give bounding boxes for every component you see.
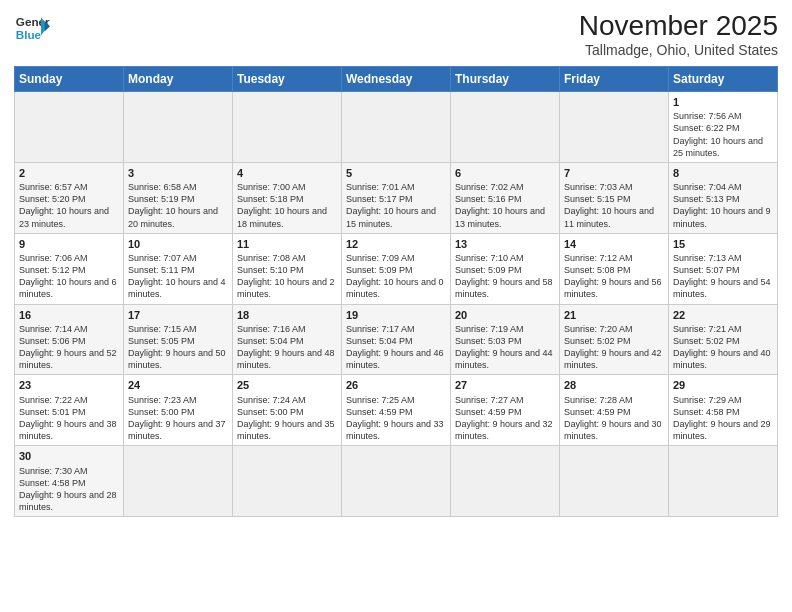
day-info: Sunrise: 7:22 AM Sunset: 5:01 PM Dayligh… [19,394,119,443]
calendar-day-cell [233,92,342,163]
calendar-day-cell: 23Sunrise: 7:22 AM Sunset: 5:01 PM Dayli… [15,375,124,446]
calendar-day-cell: 21Sunrise: 7:20 AM Sunset: 5:02 PM Dayli… [560,304,669,375]
calendar-day-cell: 16Sunrise: 7:14 AM Sunset: 5:06 PM Dayli… [15,304,124,375]
day-number: 24 [128,378,228,392]
day-number: 12 [346,237,446,251]
day-number: 26 [346,378,446,392]
day-info: Sunrise: 7:10 AM Sunset: 5:09 PM Dayligh… [455,252,555,301]
calendar-day-cell: 24Sunrise: 7:23 AM Sunset: 5:00 PM Dayli… [124,375,233,446]
day-info: Sunrise: 6:58 AM Sunset: 5:19 PM Dayligh… [128,181,228,230]
day-number: 4 [237,166,337,180]
day-header-wednesday: Wednesday [342,67,451,92]
day-info: Sunrise: 7:24 AM Sunset: 5:00 PM Dayligh… [237,394,337,443]
calendar-day-cell [342,446,451,517]
day-number: 1 [673,95,773,109]
calendar-header-row: SundayMondayTuesdayWednesdayThursdayFrid… [15,67,778,92]
day-number: 3 [128,166,228,180]
calendar-week-row: 1Sunrise: 7:56 AM Sunset: 6:22 PM Daylig… [15,92,778,163]
day-info: Sunrise: 7:07 AM Sunset: 5:11 PM Dayligh… [128,252,228,301]
calendar-day-cell [342,92,451,163]
calendar-day-cell [669,446,778,517]
day-info: Sunrise: 7:21 AM Sunset: 5:02 PM Dayligh… [673,323,773,372]
day-number: 25 [237,378,337,392]
calendar-week-row: 30Sunrise: 7:30 AM Sunset: 4:58 PM Dayli… [15,446,778,517]
calendar-day-cell: 9Sunrise: 7:06 AM Sunset: 5:12 PM Daylig… [15,233,124,304]
calendar-subtitle: Tallmadge, Ohio, United States [579,42,778,58]
calendar-day-cell [233,446,342,517]
day-info: Sunrise: 7:20 AM Sunset: 5:02 PM Dayligh… [564,323,664,372]
day-info: Sunrise: 7:01 AM Sunset: 5:17 PM Dayligh… [346,181,446,230]
calendar-day-cell: 1Sunrise: 7:56 AM Sunset: 6:22 PM Daylig… [669,92,778,163]
calendar-day-cell: 5Sunrise: 7:01 AM Sunset: 5:17 PM Daylig… [342,162,451,233]
calendar-day-cell: 26Sunrise: 7:25 AM Sunset: 4:59 PM Dayli… [342,375,451,446]
calendar-day-cell: 8Sunrise: 7:04 AM Sunset: 5:13 PM Daylig… [669,162,778,233]
day-header-saturday: Saturday [669,67,778,92]
calendar-day-cell: 19Sunrise: 7:17 AM Sunset: 5:04 PM Dayli… [342,304,451,375]
calendar-day-cell [560,446,669,517]
day-number: 2 [19,166,119,180]
day-number: 17 [128,308,228,322]
day-number: 22 [673,308,773,322]
calendar-day-cell [124,92,233,163]
day-number: 6 [455,166,555,180]
day-number: 30 [19,449,119,463]
calendar-week-row: 16Sunrise: 7:14 AM Sunset: 5:06 PM Dayli… [15,304,778,375]
calendar-day-cell: 17Sunrise: 7:15 AM Sunset: 5:05 PM Dayli… [124,304,233,375]
day-number: 8 [673,166,773,180]
day-number: 13 [455,237,555,251]
title-block: November 2025 Tallmadge, Ohio, United St… [579,10,778,58]
day-number: 5 [346,166,446,180]
calendar-day-cell: 6Sunrise: 7:02 AM Sunset: 5:16 PM Daylig… [451,162,560,233]
header: General Blue November 2025 Tallmadge, Oh… [14,10,778,58]
calendar-day-cell: 27Sunrise: 7:27 AM Sunset: 4:59 PM Dayli… [451,375,560,446]
calendar-day-cell: 7Sunrise: 7:03 AM Sunset: 5:15 PM Daylig… [560,162,669,233]
day-info: Sunrise: 7:25 AM Sunset: 4:59 PM Dayligh… [346,394,446,443]
day-number: 9 [19,237,119,251]
logo: General Blue [14,10,50,46]
day-info: Sunrise: 6:57 AM Sunset: 5:20 PM Dayligh… [19,181,119,230]
day-info: Sunrise: 7:14 AM Sunset: 5:06 PM Dayligh… [19,323,119,372]
day-number: 23 [19,378,119,392]
day-info: Sunrise: 7:27 AM Sunset: 4:59 PM Dayligh… [455,394,555,443]
day-info: Sunrise: 7:06 AM Sunset: 5:12 PM Dayligh… [19,252,119,301]
day-header-tuesday: Tuesday [233,67,342,92]
calendar-week-row: 2Sunrise: 6:57 AM Sunset: 5:20 PM Daylig… [15,162,778,233]
day-info: Sunrise: 7:29 AM Sunset: 4:58 PM Dayligh… [673,394,773,443]
calendar-day-cell: 25Sunrise: 7:24 AM Sunset: 5:00 PM Dayli… [233,375,342,446]
calendar-day-cell: 15Sunrise: 7:13 AM Sunset: 5:07 PM Dayli… [669,233,778,304]
day-number: 14 [564,237,664,251]
day-number: 10 [128,237,228,251]
logo-icon: General Blue [14,10,50,46]
calendar-day-cell: 10Sunrise: 7:07 AM Sunset: 5:11 PM Dayli… [124,233,233,304]
day-info: Sunrise: 7:28 AM Sunset: 4:59 PM Dayligh… [564,394,664,443]
day-info: Sunrise: 7:19 AM Sunset: 5:03 PM Dayligh… [455,323,555,372]
day-info: Sunrise: 7:08 AM Sunset: 5:10 PM Dayligh… [237,252,337,301]
calendar-day-cell: 11Sunrise: 7:08 AM Sunset: 5:10 PM Dayli… [233,233,342,304]
calendar-day-cell [15,92,124,163]
day-header-monday: Monday [124,67,233,92]
day-info: Sunrise: 7:04 AM Sunset: 5:13 PM Dayligh… [673,181,773,230]
day-number: 20 [455,308,555,322]
day-info: Sunrise: 7:17 AM Sunset: 5:04 PM Dayligh… [346,323,446,372]
calendar-week-row: 23Sunrise: 7:22 AM Sunset: 5:01 PM Dayli… [15,375,778,446]
day-number: 15 [673,237,773,251]
calendar-day-cell: 13Sunrise: 7:10 AM Sunset: 5:09 PM Dayli… [451,233,560,304]
day-number: 29 [673,378,773,392]
day-header-friday: Friday [560,67,669,92]
calendar-day-cell [560,92,669,163]
day-number: 16 [19,308,119,322]
day-info: Sunrise: 7:00 AM Sunset: 5:18 PM Dayligh… [237,181,337,230]
calendar-day-cell [451,446,560,517]
calendar-day-cell: 3Sunrise: 6:58 AM Sunset: 5:19 PM Daylig… [124,162,233,233]
day-info: Sunrise: 7:02 AM Sunset: 5:16 PM Dayligh… [455,181,555,230]
calendar-day-cell: 4Sunrise: 7:00 AM Sunset: 5:18 PM Daylig… [233,162,342,233]
calendar-day-cell: 29Sunrise: 7:29 AM Sunset: 4:58 PM Dayli… [669,375,778,446]
day-info: Sunrise: 7:56 AM Sunset: 6:22 PM Dayligh… [673,110,773,159]
calendar-day-cell: 14Sunrise: 7:12 AM Sunset: 5:08 PM Dayli… [560,233,669,304]
calendar-day-cell: 22Sunrise: 7:21 AM Sunset: 5:02 PM Dayli… [669,304,778,375]
calendar-week-row: 9Sunrise: 7:06 AM Sunset: 5:12 PM Daylig… [15,233,778,304]
calendar-day-cell [124,446,233,517]
day-number: 7 [564,166,664,180]
page: General Blue November 2025 Tallmadge, Oh… [0,0,792,612]
day-info: Sunrise: 7:30 AM Sunset: 4:58 PM Dayligh… [19,465,119,514]
